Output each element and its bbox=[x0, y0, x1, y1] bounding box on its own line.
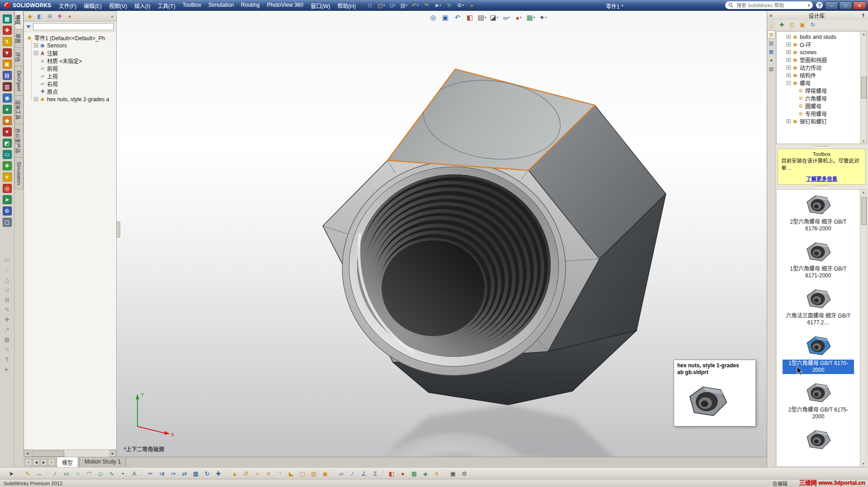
plane-tool-icon[interactable]: ▱ bbox=[3, 286, 11, 294]
redo-icon[interactable]: ↷ bbox=[421, 1, 432, 9]
splitter[interactable] bbox=[775, 185, 868, 188]
edit-appearance-icon[interactable]: ● bbox=[467, 1, 477, 9]
pin-icon[interactable] bbox=[861, 13, 866, 18]
hole-wizard-icon[interactable]: ◉ bbox=[320, 469, 330, 478]
featuremanager-tree-icon[interactable]: ◆ bbox=[25, 12, 34, 20]
library-tree-item[interactable]: ⊙ 焊接螺母 bbox=[777, 87, 867, 94]
smart-dimension-icon[interactable]: ↔ bbox=[34, 469, 44, 478]
section-view-icon[interactable]: ◧ bbox=[464, 13, 475, 23]
expand-toggle[interactable]: + bbox=[787, 66, 791, 70]
next-tab-button[interactable]: ▶ bbox=[40, 459, 47, 466]
expand-toggle[interactable]: + bbox=[787, 73, 791, 77]
hex-nut-model[interactable] bbox=[117, 11, 767, 457]
flask-icon[interactable]: ▼ bbox=[3, 48, 12, 57]
menu-item[interactable]: 工具(T) bbox=[154, 0, 179, 11]
previous-view-icon[interactable]: ↶ bbox=[452, 13, 463, 23]
create-new-folder-icon[interactable]: ▣ bbox=[798, 21, 807, 29]
items-scrollbar[interactable]: ▲ ▼ bbox=[860, 190, 867, 466]
minimize-button[interactable]: – bbox=[825, 1, 838, 9]
arrow-icon[interactable]: ➤ bbox=[3, 195, 12, 204]
search-input[interactable] bbox=[736, 2, 805, 9]
expand-toggle[interactable]: + bbox=[787, 50, 791, 54]
filter-input[interactable] bbox=[33, 23, 114, 30]
reference-axis-icon[interactable]: ∕ bbox=[348, 469, 358, 478]
splitter[interactable] bbox=[775, 145, 868, 149]
gear-icon[interactable]: ⚙ bbox=[3, 206, 12, 215]
scroll-down-button[interactable]: ▼ bbox=[862, 140, 865, 143]
circle-icon[interactable]: ○ bbox=[73, 469, 83, 478]
library-item[interactable]: 2型六角螺母 细牙 GB/T 6176-2000 bbox=[779, 192, 857, 239]
puzzle-icon[interactable]: ◩ bbox=[3, 139, 12, 148]
search-dropdown-icon[interactable]: ▾ bbox=[807, 3, 810, 8]
library-tree-item[interactable]: + ◉ 垫圈和挡圈 bbox=[777, 56, 867, 64]
library-item[interactable]: 2型六角螺母 GB/T 6175-2000 bbox=[779, 380, 857, 427]
menu-item[interactable]: 视图(V) bbox=[105, 0, 131, 11]
menu-item[interactable]: 窗口(W) bbox=[307, 0, 334, 11]
select-icon[interactable]: ➤ bbox=[433, 1, 443, 9]
screen-capture-icon[interactable]: ▣ bbox=[448, 469, 458, 478]
linear-pattern-icon[interactable]: ▦ bbox=[191, 469, 201, 478]
library-tree-item[interactable]: ⊙ 六角螺母 bbox=[777, 94, 867, 102]
apply-scene-icon[interactable]: ▦ bbox=[409, 469, 419, 478]
library-tree-item[interactable]: ⊙ 专用螺母 bbox=[777, 110, 867, 117]
grid-tool-icon[interactable]: ⊞ bbox=[3, 295, 11, 304]
learn-more-link[interactable]: 了解更多信息 bbox=[781, 175, 862, 182]
rebuild-icon[interactable]: ↻ bbox=[444, 1, 454, 9]
commandmanager-tab[interactable]: 草图 bbox=[14, 29, 24, 48]
appearances-tab[interactable]: ● bbox=[768, 56, 775, 64]
custom-properties-tab[interactable]: ▧ bbox=[768, 65, 775, 72]
menu-item[interactable]: 帮助(H) bbox=[334, 0, 359, 11]
library-item[interactable]: 六角法兰面螺母 细牙 GB/T 6177.2… bbox=[779, 286, 857, 333]
scrollbar-thumb[interactable] bbox=[861, 77, 867, 98]
panel-splitter-handle[interactable] bbox=[117, 221, 120, 238]
expand-toggle[interactable]: + bbox=[34, 43, 38, 47]
save-icon[interactable]: ◘ bbox=[387, 1, 398, 9]
line-icon[interactable]: ∕ bbox=[50, 469, 60, 478]
scrollbar-thumb[interactable] bbox=[861, 197, 867, 225]
expand-toggle[interactable]: + bbox=[787, 58, 791, 62]
expand-toggle[interactable]: + bbox=[787, 119, 791, 123]
leaf-icon[interactable]: ❖ bbox=[3, 161, 12, 170]
scroll-left-button[interactable]: ◀ bbox=[24, 450, 31, 457]
render-icon[interactable]: ☀ bbox=[432, 469, 442, 478]
rectangle-tool-icon[interactable]: ▭ bbox=[3, 256, 11, 264]
print-icon[interactable]: ▤ bbox=[399, 1, 409, 9]
library-item[interactable] bbox=[779, 427, 857, 467]
pencil-tool-icon[interactable]: ✎ bbox=[3, 305, 11, 314]
mirror-entities-icon[interactable]: ⇄ bbox=[179, 469, 189, 478]
cross-tool-icon[interactable]: ✚ bbox=[3, 315, 11, 323]
dimxpertmanager-icon[interactable]: ✚ bbox=[55, 12, 64, 20]
edit-appearance-icon[interactable]: ● bbox=[513, 13, 524, 23]
design-library-tab[interactable]: ▤ bbox=[768, 31, 775, 38]
move-entities-icon[interactable]: ✚ bbox=[213, 469, 223, 478]
zoom-area-icon[interactable]: ▣ bbox=[440, 13, 451, 23]
triangle-tool-icon[interactable]: △ bbox=[3, 276, 11, 284]
rectangle-icon[interactable]: ▭ bbox=[61, 469, 71, 478]
displaymanager-icon[interactable]: ● bbox=[65, 12, 74, 20]
extruded-boss-icon[interactable]: ▲ bbox=[230, 469, 240, 478]
measure-icon[interactable]: ∠ bbox=[359, 469, 369, 478]
revolved-boss-icon[interactable]: ↺ bbox=[241, 469, 251, 478]
view-settings-icon[interactable]: ✦ bbox=[538, 13, 548, 23]
feature-tree-root[interactable]: ◆ 零件1 (Default<<Default>_Ph bbox=[26, 33, 116, 42]
circle-tool-icon[interactable]: ○ bbox=[3, 266, 11, 274]
options-icon[interactable]: ⚙ bbox=[459, 469, 469, 478]
cube-icon[interactable]: ◆ bbox=[3, 116, 12, 125]
expand-toggle[interactable]: + bbox=[787, 35, 791, 39]
feature-tree-item[interactable]: ✚ 原点 bbox=[29, 88, 116, 95]
select-arrow-icon[interactable]: ➤ bbox=[6, 469, 16, 478]
hex-nut[interactable] bbox=[323, 69, 666, 405]
expand-toggle[interactable]: + bbox=[34, 51, 38, 55]
undo-icon[interactable]: ↶ bbox=[410, 1, 420, 9]
globe-icon[interactable]: ◉ bbox=[3, 94, 12, 103]
scrollbar-thumb[interactable] bbox=[32, 450, 64, 457]
arrow-tool-icon[interactable]: ↗ bbox=[3, 325, 11, 333]
open-document-icon[interactable]: ◰ bbox=[376, 1, 387, 9]
rib-icon[interactable]: ▥ bbox=[309, 469, 319, 478]
convert-entities-icon[interactable]: ⇉ bbox=[157, 469, 167, 478]
hide-show-items-icon[interactable]: ∞ bbox=[501, 13, 512, 23]
overflow-chevron[interactable]: » bbox=[109, 14, 115, 19]
first-tab-button[interactable]: « bbox=[25, 459, 32, 466]
feature-tree-item[interactable]: ▱ 上视 bbox=[29, 72, 116, 80]
feature-tree-item[interactable]: + A 注解 bbox=[29, 49, 116, 57]
